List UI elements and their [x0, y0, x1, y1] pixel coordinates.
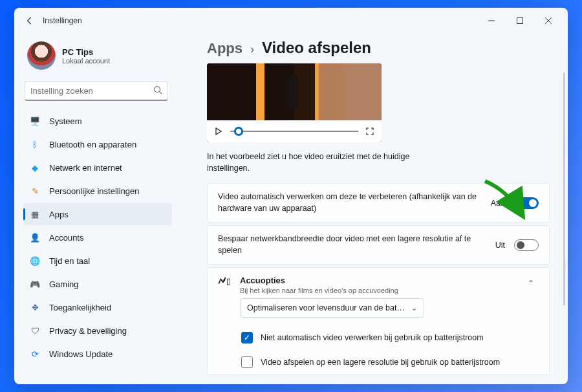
profile-name: PC Tips	[62, 47, 110, 57]
accounts-icon: 👤	[30, 232, 40, 243]
chevron-right-icon: ›	[250, 43, 254, 56]
system-icon: 🖥️	[30, 116, 40, 126]
nav: 🖥️Systeem ᛒBluetooth en apparaten ◆Netwe…	[23, 110, 172, 365]
shield-icon: 🛡	[30, 325, 40, 336]
checkbox-label: Video afspelen op een lagere resolutie b…	[261, 358, 500, 367]
sidebar-item-label: Apps	[49, 210, 69, 219]
titlebar: Instellingen	[14, 8, 568, 34]
toggle-state: Uit	[495, 241, 505, 250]
fullscreen-icon[interactable]	[365, 126, 375, 136]
sidebar-item-label: Netwerk en internet	[49, 163, 122, 173]
sidebar-item-apps[interactable]: ▦Apps	[23, 203, 172, 225]
setting-label: Bespaar netwerkbandbreedte door video me…	[218, 234, 486, 256]
window-title: Instellingen	[43, 16, 82, 25]
svg-point-2	[155, 86, 160, 92]
video-preview	[207, 63, 382, 142]
avatar	[27, 41, 56, 70]
sidebar-item-personalization[interactable]: ✎Persoonlijke instellingen	[23, 180, 172, 202]
globe-icon: 🌐	[30, 256, 40, 266]
sidebar: PC Tips Lokaal account 🖥️Systeem ᛒBlueto…	[14, 34, 176, 384]
checkbox-no-auto-process[interactable]: ✓	[241, 332, 253, 343]
collapse-button[interactable]: ⌃	[523, 276, 539, 291]
dropdown-value: Optimaliseren voor levensduur van de bat…	[247, 303, 405, 312]
profile[interactable]: PC Tips Lokaal account	[23, 36, 172, 82]
search-icon	[153, 85, 162, 97]
close-button[interactable]	[534, 11, 563, 30]
maximize-button[interactable]	[506, 11, 534, 30]
sidebar-item-system[interactable]: 🖥️Systeem	[23, 110, 172, 132]
sidebar-item-gaming[interactable]: 🎮Gaming	[23, 273, 172, 295]
battery-title: Accuopties	[240, 276, 514, 285]
sidebar-item-label: Toegankelijkheid	[49, 303, 111, 312]
seek-thumb[interactable]	[234, 127, 243, 136]
search-box[interactable]	[25, 82, 168, 101]
setting-label: Video automatisch verwerken om deze te v…	[218, 191, 482, 214]
wifi-icon: ◆	[30, 162, 40, 173]
preview-thumbnail	[207, 63, 382, 120]
toggle-auto-enhance[interactable]	[514, 197, 539, 209]
setting-auto-enhance: Video automatisch verwerken om deze te v…	[207, 183, 550, 223]
sidebar-item-accessibility[interactable]: ✥Toegankelijkheid	[23, 296, 172, 318]
sidebar-item-bluetooth[interactable]: ᛒBluetooth en apparaten	[23, 133, 172, 155]
main-content: Apps › Video afspelen In het voorbeeld z…	[176, 34, 568, 384]
play-icon[interactable]	[213, 126, 224, 136]
battery-check-row-1: ✓ Niet automatisch video verwerken bij g…	[208, 325, 549, 350]
search-input[interactable]	[30, 86, 153, 96]
window-controls	[477, 11, 563, 30]
chevron-down-icon: ⌄	[411, 304, 417, 312]
sidebar-item-label: Persoonlijke instellingen	[49, 186, 139, 196]
page-title: Video afspelen	[262, 39, 371, 57]
sidebar-item-privacy[interactable]: 🛡Privacy & beveiliging	[23, 320, 172, 342]
back-button[interactable]	[19, 10, 40, 31]
preview-caption: In het voorbeeld ziet u hoe video eruitz…	[207, 151, 440, 174]
battery-dropdown[interactable]: Optimaliseren voor levensduur van de bat…	[240, 298, 424, 318]
accessibility-icon: ✥	[30, 302, 40, 312]
svg-rect-1	[517, 18, 523, 24]
sidebar-item-label: Systeem	[49, 116, 82, 126]
sidebar-item-time-language[interactable]: 🌐Tijd en taal	[23, 250, 172, 272]
profile-subtitle: Lokaal account	[62, 57, 110, 65]
apps-icon: ▦	[30, 209, 40, 219]
brush-icon: ✎	[30, 186, 40, 196]
svg-line-3	[160, 91, 162, 94]
settings-window: Instellingen PC Tips Lokaal account 🖥️Sy…	[14, 8, 568, 384]
sidebar-item-accounts[interactable]: 👤Accounts	[23, 226, 172, 248]
sidebar-item-label: Windows Update	[49, 349, 113, 359]
bluetooth-icon: ᛒ	[30, 139, 40, 149]
minimize-button[interactable]	[477, 11, 506, 30]
battery-subtitle: Bij het kijken naar films en video's op …	[240, 287, 514, 294]
sidebar-item-network[interactable]: ◆Netwerk en internet	[23, 157, 172, 179]
battery-options-card: 🗲▯ Accuopties Bij het kijken naar films …	[207, 267, 550, 375]
sidebar-item-label: Gaming	[49, 279, 79, 289]
setting-bandwidth: Bespaar netwerkbandbreedte door video me…	[207, 225, 550, 265]
sidebar-item-windows-update[interactable]: ⟳Windows Update	[23, 343, 172, 365]
battery-icon: 🗲▯	[218, 276, 231, 286]
scrollbar[interactable]	[563, 72, 565, 305]
gaming-icon: 🎮	[30, 279, 40, 289]
checkbox-label: Niet automatisch video verwerken bij geb…	[261, 333, 484, 342]
battery-check-row-2: Video afspelen op een lagere resolutie b…	[208, 350, 549, 375]
seek-slider[interactable]	[230, 131, 358, 132]
sidebar-item-label: Bluetooth en apparaten	[49, 140, 136, 149]
breadcrumb: Apps › Video afspelen	[207, 39, 550, 57]
breadcrumb-parent[interactable]: Apps	[207, 40, 242, 57]
toggle-state: Aan	[491, 199, 505, 208]
sidebar-item-label: Tijd en taal	[49, 256, 90, 266]
update-icon: ⟳	[30, 349, 40, 359]
sidebar-item-label: Privacy & beveiliging	[49, 326, 127, 336]
preview-controls	[207, 120, 382, 142]
checkbox-lower-resolution[interactable]	[241, 356, 253, 368]
sidebar-item-label: Accounts	[49, 233, 83, 243]
toggle-bandwidth[interactable]	[514, 239, 539, 251]
